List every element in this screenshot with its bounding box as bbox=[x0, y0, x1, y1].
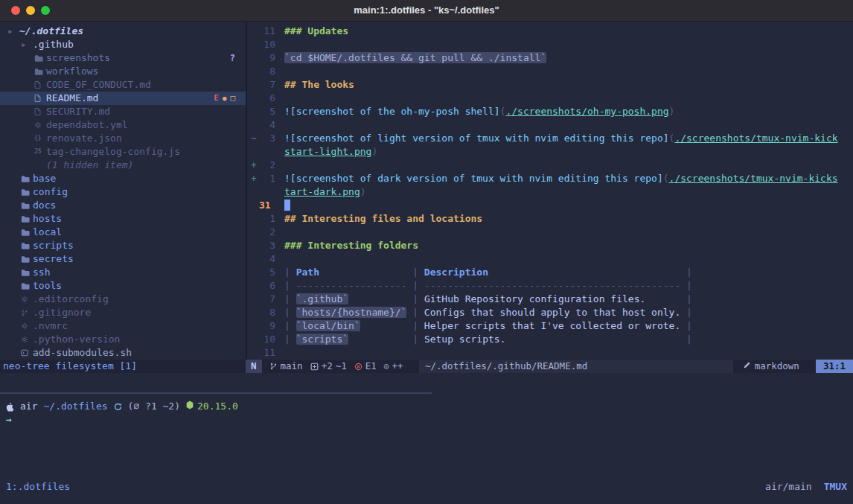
cursor-block bbox=[284, 200, 290, 211]
editor-line[interactable]: 5![screenshot of the oh-my-posh shell](.… bbox=[247, 105, 853, 118]
tree-item-secrets[interactable]: secrets bbox=[0, 252, 246, 266]
editor-line[interactable]: 4 bbox=[247, 252, 853, 266]
text-segment: | bbox=[406, 320, 424, 331]
editor-line[interactable]: 11### Updates bbox=[247, 25, 853, 38]
node-version-label: 20.15.0 bbox=[197, 400, 238, 413]
line-number: 7 bbox=[259, 293, 275, 306]
editor-line[interactable]: 9| `local/bin` | Helper scripts that I'v… bbox=[247, 319, 853, 333]
editor-line[interactable]: +1![screenshot of dark version of tmux w… bbox=[247, 172, 853, 185]
editor-line[interactable]: 5| Path | Description | bbox=[247, 266, 853, 279]
markdown-link-url[interactable]: tart-dark.png bbox=[284, 186, 360, 197]
tree-item-github[interactable]: ▸.github bbox=[0, 38, 246, 51]
badge-b-untracked: ? bbox=[230, 51, 235, 65]
editor-line[interactable]: 10 bbox=[247, 38, 853, 51]
line-text: ![screenshot of the oh-my-posh shell](./… bbox=[284, 105, 674, 118]
markdown-link-url[interactable]: ./screenshots/tmux-nvim-kick bbox=[674, 133, 837, 144]
line-text: ### Updates bbox=[284, 25, 348, 38]
tree-item-ssh[interactable]: ssh bbox=[0, 266, 246, 279]
tree-item-label: ssh bbox=[33, 266, 50, 279]
folder-icon bbox=[21, 229, 33, 237]
tree-item-local[interactable]: local bbox=[0, 226, 246, 239]
editor-pane[interactable]: 11### Updates 10 9`cd $HOME/.dotfiles &&… bbox=[247, 21, 853, 360]
text-segment: | bbox=[406, 334, 424, 345]
line-text: ![screenshot of dark version of tmux wit… bbox=[284, 172, 838, 185]
editor-line[interactable]: 6| ------------------- | ---------------… bbox=[247, 279, 853, 293]
editor-line[interactable]: +2 bbox=[247, 159, 853, 172]
tree-item-workflows[interactable]: workflows bbox=[0, 65, 246, 78]
editor-line[interactable]: 7## The looks bbox=[247, 78, 853, 92]
editor-line[interactable]: 2 bbox=[247, 226, 853, 239]
git-branch-label: main bbox=[281, 360, 303, 373]
editor-line[interactable]: 4 bbox=[247, 118, 853, 132]
tree-item-security-md[interactable]: SECURITY.md bbox=[0, 105, 246, 118]
text-segment: | bbox=[284, 307, 296, 318]
markdown-link-url[interactable]: start-light.png bbox=[284, 146, 371, 157]
tree-item-renovate-json[interactable]: {}renovate.json bbox=[0, 132, 246, 145]
tree-item-nvmrc[interactable]: .nvmrc bbox=[0, 319, 246, 333]
editor-line[interactable]: 1## Interesting files and locations bbox=[247, 212, 853, 226]
text-segment: | bbox=[406, 293, 424, 304]
pane-separator[interactable] bbox=[0, 392, 432, 394]
gear-icon bbox=[21, 296, 33, 303]
diff-modified: ~1 bbox=[336, 360, 347, 373]
zoom-button[interactable] bbox=[41, 6, 50, 15]
tree-item-gitignore[interactable]: .gitignore bbox=[0, 306, 246, 319]
tree-item-docs[interactable]: docs bbox=[0, 199, 246, 212]
tree-item-config[interactable]: config bbox=[0, 185, 246, 199]
tree-item-readme-md[interactable]: README.mdE●□ bbox=[0, 92, 246, 105]
editor-line[interactable]: 7| `.github` | GitHub Repository configu… bbox=[247, 293, 853, 306]
tree-item-dependabot-yml[interactable]: dependabot.yml bbox=[0, 118, 246, 132]
editor-line[interactable]: 10| `scripts` | Setup scripts. | bbox=[247, 333, 853, 346]
gear-icon bbox=[21, 322, 33, 330]
line-text: start-light.png) bbox=[284, 145, 377, 159]
shell-prompt[interactable]: air ~/.dotfiles (∅ ?1 ~2) 20.15.0 bbox=[6, 400, 238, 413]
editor-line[interactable]: start-light.png) bbox=[247, 145, 853, 159]
tree-item-label: SECURITY.md bbox=[46, 105, 110, 118]
tree-item-hosts[interactable]: hosts bbox=[0, 212, 246, 226]
editor-line[interactable]: 9`cd $HOME/.dotfiles && git pull && ./in… bbox=[247, 51, 853, 65]
tree-item-scripts[interactable]: scripts bbox=[0, 239, 246, 252]
tree-item-tools[interactable]: tools bbox=[0, 279, 246, 293]
tree-item-1-hidden-item[interactable]: (1 hidden item) bbox=[0, 159, 246, 172]
editor-line[interactable]: 31 bbox=[247, 199, 853, 212]
text-segment: ### Updates bbox=[284, 25, 348, 36]
tree-item-editorconfig[interactable]: .editorconfig bbox=[0, 293, 246, 306]
tree-item-dotfiles[interactable]: ▸~/.dotfiles bbox=[0, 25, 246, 38]
tree-item-code-of-conduct-md[interactable]: CODE_OF_CONDUCT.md bbox=[0, 78, 246, 92]
shell-input-line[interactable]: → bbox=[6, 413, 12, 427]
gutter-sign bbox=[247, 65, 259, 78]
tree-item-label: dependabot.yml bbox=[46, 118, 128, 132]
tmux-window-tab[interactable]: 1:.dotfiles bbox=[6, 480, 70, 494]
text-segment: GitHub Repository configuration files. bbox=[424, 293, 645, 304]
line-text: | `local/bin` | Helper scripts that I've… bbox=[284, 319, 692, 333]
tree-item-python-version[interactable]: .python-version bbox=[0, 333, 246, 346]
editor-line[interactable]: tart-dark.png) bbox=[247, 185, 853, 199]
editor-line[interactable]: 11 bbox=[247, 346, 853, 360]
text-segment bbox=[360, 320, 407, 331]
gutter-sign bbox=[247, 212, 259, 226]
editor-line[interactable]: ~3![screenshot of light version of tmux … bbox=[247, 132, 853, 145]
line-number: 2 bbox=[259, 159, 275, 172]
line-text: | ------------------- | ----------------… bbox=[284, 279, 692, 293]
apple-icon bbox=[6, 402, 14, 412]
editor-line[interactable]: 3### Interesting folders bbox=[247, 239, 853, 252]
tmux-right: air/main TMUX bbox=[765, 480, 847, 494]
tree-item-screenshots[interactable]: screenshots? bbox=[0, 51, 246, 65]
tree-item-label: README.md bbox=[46, 92, 98, 105]
text-segment: ) bbox=[371, 146, 377, 157]
editor-line[interactable]: 6 bbox=[247, 92, 853, 105]
markdown-link-url[interactable]: ./screenshots/tmux-nvim-kicks bbox=[669, 173, 838, 184]
text-segment: | bbox=[284, 320, 296, 331]
editor-line[interactable]: 8 bbox=[247, 65, 853, 78]
minimize-button[interactable] bbox=[26, 6, 35, 15]
line-text: | `scripts` | Setup scripts. | bbox=[284, 333, 692, 346]
editor-line[interactable]: 8| `hosts/{hostname}/` | Configs that sh… bbox=[247, 306, 853, 319]
text-segment: ) bbox=[360, 186, 366, 197]
tree-item-tag-changelog-config-js[interactable]: JStag-changelog-config.js bbox=[0, 145, 246, 159]
editor-lines: 11### Updates 10 9`cd $HOME/.dotfiles &&… bbox=[247, 25, 853, 360]
markdown-link-url[interactable]: ./screenshots/oh-my-posh.png bbox=[505, 106, 668, 117]
tree-item-add-submodules-sh[interactable]: add-submodules.sh bbox=[0, 346, 246, 360]
close-button[interactable] bbox=[11, 6, 20, 15]
line-text: | `.github` | GitHub Repository configur… bbox=[284, 293, 692, 306]
tree-item-base[interactable]: base bbox=[0, 172, 246, 185]
